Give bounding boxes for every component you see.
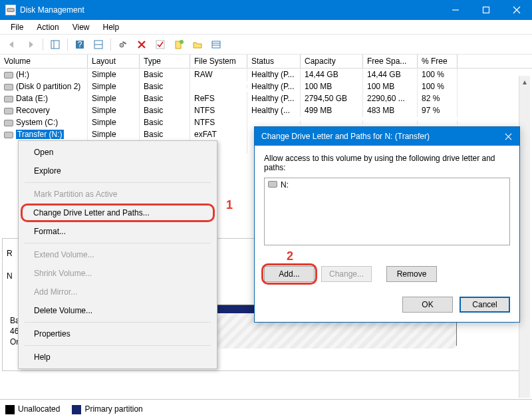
col-filesystem[interactable]: File System bbox=[190, 55, 247, 68]
svg-rect-0 bbox=[7, 8, 15, 11]
col-freespace[interactable]: Free Spa... bbox=[363, 55, 418, 68]
toolbar: ? bbox=[0, 35, 532, 55]
ctx-explore[interactable]: Explore bbox=[21, 162, 215, 180]
scroll-up-icon[interactable]: ▴ bbox=[519, 76, 530, 87]
ctx-properties[interactable]: Properties bbox=[21, 325, 215, 343]
menu-view[interactable]: View bbox=[66, 21, 96, 33]
ctx-mark-active: Mark Partition as Active bbox=[21, 185, 215, 204]
svg-rect-2 bbox=[483, 7, 489, 13]
show-hide-tree-button[interactable] bbox=[47, 37, 63, 52]
col-layout[interactable]: Layout bbox=[88, 55, 140, 68]
ctx-help[interactable]: Help bbox=[21, 348, 215, 366]
dialog-title: Change Drive Letter and Paths for N: (Tr… bbox=[261, 132, 497, 141]
svg-rect-16 bbox=[212, 41, 220, 48]
help-button[interactable]: ? bbox=[72, 37, 88, 52]
ctx-shrink-volume: Shrink Volume... bbox=[21, 264, 215, 283]
dialog-change-button: Change... bbox=[321, 266, 372, 282]
col-volume[interactable]: Volume bbox=[0, 55, 88, 68]
svg-point-11 bbox=[120, 43, 124, 47]
svg-rect-13 bbox=[156, 41, 164, 49]
col-type[interactable]: Type bbox=[140, 55, 190, 68]
dialog-close-button[interactable] bbox=[497, 127, 519, 146]
legend-swatch-unallocated bbox=[5, 405, 15, 414]
volume-row[interactable]: Data (E:)SimpleBasicReFSHealthy (P...279… bbox=[0, 92, 532, 104]
minimize-button[interactable] bbox=[440, 0, 471, 20]
app-icon bbox=[5, 5, 16, 15]
list-view-button[interactable] bbox=[208, 37, 224, 52]
ctx-change-drive-letter[interactable]: Change Drive Letter and Paths... bbox=[21, 204, 215, 222]
delete-button[interactable] bbox=[134, 37, 150, 52]
legend: Unallocated Primary partition bbox=[0, 399, 532, 419]
maximize-button[interactable] bbox=[471, 0, 501, 20]
titlebar: Disk Management bbox=[0, 0, 532, 20]
col-capacity[interactable]: Capacity bbox=[301, 55, 363, 68]
col-pctfree[interactable]: % Free bbox=[418, 55, 458, 68]
svg-point-15 bbox=[180, 40, 184, 44]
dialog-instruction: Allow access to this volume by using the… bbox=[264, 154, 510, 172]
menu-action[interactable]: Action bbox=[30, 21, 65, 33]
volume-row[interactable]: (H:)SimpleBasicRAWHealthy (P...14,44 GB1… bbox=[0, 69, 532, 80]
back-button[interactable] bbox=[4, 37, 20, 52]
volume-list-header: Volume Layout Type File System Status Ca… bbox=[0, 55, 532, 69]
ctx-open[interactable]: Open bbox=[21, 143, 215, 162]
ctx-extend-volume: Extend Volume... bbox=[21, 245, 215, 264]
context-menu: Open Explore Mark Partition as Active Ch… bbox=[18, 140, 217, 369]
volume-row[interactable]: (Disk 0 partition 2)SimpleBasicHealthy (… bbox=[0, 80, 532, 92]
dialog-cancel-button[interactable]: Cancel bbox=[460, 297, 510, 313]
vertical-scrollbar[interactable]: ▴ bbox=[519, 76, 530, 398]
svg-rect-5 bbox=[51, 41, 59, 49]
dialog-add-button[interactable]: Add... bbox=[264, 266, 315, 282]
path-entry[interactable]: N: bbox=[268, 180, 506, 190]
close-button[interactable] bbox=[501, 0, 532, 20]
menubar: File Action View Help bbox=[0, 20, 532, 35]
drive-icon bbox=[268, 181, 277, 188]
action-list-button[interactable] bbox=[90, 37, 106, 52]
folder-button[interactable] bbox=[190, 37, 205, 52]
ctx-delete-volume[interactable]: Delete Volume... bbox=[21, 301, 215, 320]
window-title: Disk Management bbox=[20, 5, 440, 15]
forward-button[interactable] bbox=[23, 37, 39, 52]
dialog-ok-button[interactable]: OK bbox=[402, 297, 453, 313]
legend-swatch-primary bbox=[72, 405, 81, 414]
annotation-marker-2: 2 bbox=[287, 249, 293, 263]
col-status[interactable]: Status bbox=[247, 55, 301, 68]
ctx-add-mirror: Add Mirror... bbox=[21, 283, 215, 301]
ctx-format[interactable]: Format... bbox=[21, 222, 215, 241]
settings-button[interactable] bbox=[115, 37, 131, 52]
dialog-path-list[interactable]: N: bbox=[264, 178, 510, 245]
volume-row[interactable]: RecoverySimpleBasicNTFSHealthy (...499 M… bbox=[0, 104, 532, 116]
change-drive-letter-dialog: Change Drive Letter and Paths for N: (Tr… bbox=[254, 126, 520, 323]
menu-help[interactable]: Help bbox=[96, 21, 126, 33]
svg-text:?: ? bbox=[78, 40, 82, 49]
menu-file[interactable]: File bbox=[4, 21, 30, 33]
check-button[interactable] bbox=[152, 37, 168, 52]
annotation-marker-1: 1 bbox=[226, 198, 233, 212]
dialog-remove-button[interactable]: Remove bbox=[386, 266, 437, 282]
new-button[interactable] bbox=[171, 37, 187, 52]
